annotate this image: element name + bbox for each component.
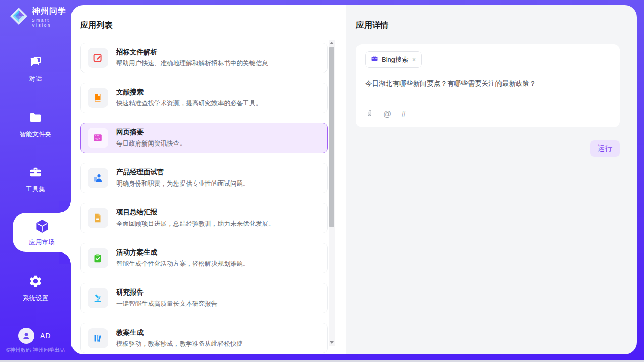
at-icon[interactable]: @ (383, 110, 391, 119)
sidebar-item-label: 智能文件夹 (20, 130, 52, 139)
window-bottom-edge (0, 360, 644, 362)
app-card-tender-parse[interactable]: 招标文件解析 帮助用户快速、准确地理解和解析招标书中的关键信息 (80, 43, 328, 73)
run-button[interactable]: 运行 (590, 140, 620, 157)
app-detail-panel: 应用详情 Bing搜索 × 今日湖北有哪些新闻要点？有哪些需要关注的最新政策？ (346, 5, 637, 354)
tool-chip-bing-search[interactable]: Bing搜索 × (365, 51, 422, 68)
app-name: 项目总结汇报 (116, 208, 275, 217)
paperclip-icon[interactable] (365, 108, 374, 119)
sidebar-item-label: 系统设置 (23, 294, 48, 303)
app-detail-title: 应用详情 (356, 20, 620, 31)
sidebar-item-toolset[interactable]: 工具集 (0, 165, 71, 194)
scroll-up-arrow[interactable] (329, 40, 335, 46)
app-description: 快速精准查找学术资源，提高研究效率的必备工具。 (116, 99, 262, 108)
sidebar-item-label: 工具集 (26, 185, 45, 194)
diamond-logo-icon (9, 7, 28, 28)
app-list-panel: 应用列表 招标文件解析 帮助用户快速、准确地理解和解析招标书中的关键信息 (71, 5, 346, 354)
app-card-research-report[interactable]: 研究报告 一键智能生成高质量长文本研究报告 (80, 283, 328, 313)
app-description: 一键智能生成高质量长文本研究报告 (116, 300, 218, 308)
cube-icon (34, 219, 50, 236)
sidebar-item-smart-folder[interactable]: 智能文件夹 (0, 111, 71, 139)
main-container: 应用列表 招标文件解析 帮助用户快速、准确地理解和解析招标书中的关键信息 (71, 5, 637, 354)
app-description: 帮助用户快速、准确地理解和解析招标书中的关键信息 (116, 59, 268, 68)
sidebar-item-label: 对话 (29, 75, 42, 83)
scroll-down-arrow[interactable] (329, 339, 335, 346)
app-name: 招标文件解析 (116, 48, 268, 57)
scrollbar-thumb[interactable] (329, 47, 334, 227)
app-card-pm-interviewer[interactable]: 产品经理面试官 明确身份和职责，为您提供专业性的面试问题。 (80, 163, 328, 193)
avatar (18, 328, 34, 344)
app-description: 模板驱动，教案秒成，教学准备从此轻松快捷 (116, 340, 243, 348)
document-edit-icon (88, 48, 108, 68)
app-name: 研究报告 (116, 288, 218, 297)
sidebar-item-chat[interactable]: 对话 (0, 55, 71, 83)
copyright-footer: ©神州数码·神州问学出品 (0, 347, 71, 354)
prompt-input[interactable]: 今日湖北有哪些新闻要点？有哪些需要关注的最新政策？ (365, 79, 611, 108)
prompt-card: Bing搜索 × 今日湖北有哪些新闻要点？有哪些需要关注的最新政策？ @ # (356, 44, 620, 127)
app-card-web-summary[interactable]: </> 网页摘要 每日政府新闻资讯快查。 (80, 123, 328, 153)
app-name: 产品经理面试官 (116, 168, 249, 177)
app-card-list: 招标文件解析 帮助用户快速、准确地理解和解析招标书中的关键信息 文献搜索 快速精… (80, 43, 328, 353)
microscope-icon (88, 288, 108, 308)
vertical-scrollbar[interactable] (329, 40, 335, 346)
user-initials: AD (40, 332, 51, 340)
clipboard-check-icon (88, 248, 108, 268)
toolbox-icon (28, 165, 43, 181)
interviewer-icon (88, 168, 108, 188)
tool-chip-label: Bing搜索 (382, 55, 408, 64)
report-document-icon (88, 208, 108, 228)
app-card-literature-search[interactable]: 文献搜索 快速精准查找学术资源，提高研究效率的必备工具。 (80, 83, 328, 113)
composer-toolbar: @ # (365, 108, 611, 121)
hash-icon[interactable]: # (401, 110, 406, 119)
app-list-title: 应用列表 (80, 20, 328, 31)
folder-icon (28, 111, 43, 126)
brand-logo: 神州问学 Smart Vision (9, 6, 71, 28)
sidebar-item-settings[interactable]: 系统设置 (0, 274, 71, 303)
close-icon[interactable]: × (412, 56, 416, 63)
sidebar-item-app-market[interactable]: 应用市场 (13, 213, 71, 252)
app-description: 全面回顾项目进展，总结经验教训，助力未来优化发展。 (116, 220, 275, 228)
briefcase-icon (371, 55, 378, 64)
gear-icon (28, 274, 43, 290)
user-account[interactable]: AD (18, 328, 51, 344)
app-card-event-plan[interactable]: 活动方案生成 智能生成个性化活动方案，轻松解决规划难题。 (80, 243, 328, 273)
app-name: 网页摘要 (116, 128, 186, 137)
app-description: 智能生成个性化活动方案，轻松解决规划难题。 (116, 260, 249, 268)
brand-subtitle: Smart Vision (32, 18, 71, 28)
brand-name: 神州问学 (32, 6, 71, 17)
app-name: 文献搜索 (116, 88, 262, 97)
app-description: 明确身份和职责，为您提供专业性的面试问题。 (116, 179, 249, 188)
chat-icon (28, 55, 43, 70)
app-name: 活动方案生成 (116, 248, 249, 257)
app-description: 每日政府新闻资讯快查。 (116, 139, 186, 148)
app-name: 教案生成 (116, 328, 243, 337)
app-card-lesson-plan[interactable]: 教案生成 模板驱动，教案秒成，教学准备从此轻松快捷 (80, 323, 328, 353)
sidebar-item-label: 应用市场 (29, 238, 55, 247)
svg-text:</>: </> (95, 137, 101, 140)
sidebar: 神州问学 Smart Vision 对话 智能文件夹 (0, 0, 71, 360)
app-card-project-summary[interactable]: 项目总结汇报 全面回顾项目进展，总结经验教训，助力未来优化发展。 (80, 203, 328, 233)
books-icon (88, 328, 108, 348)
browser-code-icon: </> (88, 128, 108, 148)
book-icon (88, 88, 108, 108)
